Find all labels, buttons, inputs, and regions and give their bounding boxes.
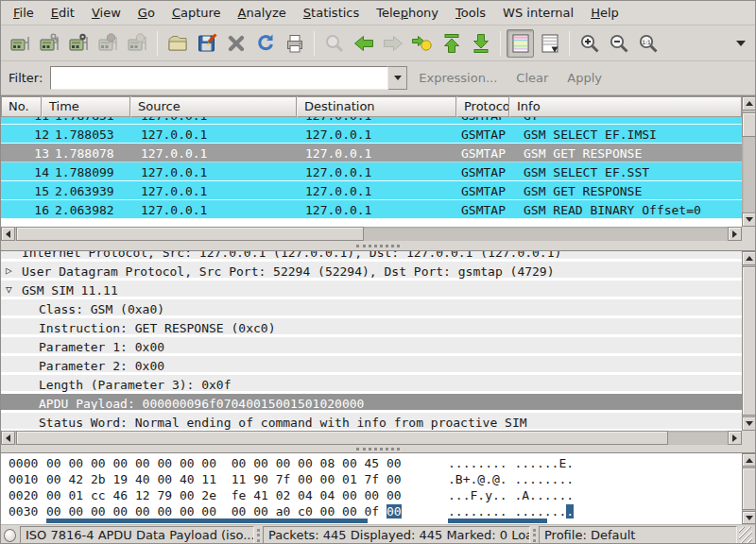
apply-button[interactable]: Apply	[559, 71, 610, 85]
save-file-icon[interactable]	[193, 29, 220, 58]
detail-row[interactable]: ▽GSM SIM 11.11	[1, 279, 742, 298]
scroll-thumb[interactable]	[742, 468, 756, 510]
scroll-left-button[interactable]	[1, 227, 15, 241]
packet-row[interactable]: 141.788099127.0.0.1127.0.0.1GSMTAPGSM SE…	[1, 162, 742, 181]
zoom-in-icon[interactable]	[576, 29, 603, 58]
detail-row[interactable]: APDU Payload: 000000096f0704001500150102…	[1, 392, 742, 411]
open-file-icon[interactable]	[163, 29, 191, 58]
menu-capture[interactable]: Capture	[163, 2, 230, 24]
reload-icon[interactable]	[251, 29, 279, 58]
filter-dropdown-button[interactable]	[388, 66, 407, 90]
scroll-thumb[interactable]	[16, 227, 364, 241]
packet-list-vscrollbar[interactable]	[742, 96, 756, 227]
pane-splitter-upper[interactable]	[1, 241, 755, 250]
expression-button[interactable]: Expression...	[411, 71, 505, 85]
hex-vscrollbar[interactable]	[742, 453, 756, 524]
goto-top-icon[interactable]	[438, 29, 465, 58]
pane-splitter-lower[interactable]	[1, 445, 755, 452]
scroll-left-button[interactable]	[1, 431, 15, 445]
packet-detail-pane: Internet Protocol, Src: 127.0.0.1 (127.0…	[1, 250, 756, 445]
menu-help[interactable]: Help	[582, 2, 627, 24]
detail-row[interactable]: Internet Protocol, Src: 127.0.0.1 (127.0…	[1, 251, 742, 260]
packet-row[interactable]: 162.063982127.0.0.1127.0.0.1GSMTAPGSM RE…	[1, 200, 742, 219]
scroll-down-button[interactable]	[742, 416, 756, 431]
detail-row-partial[interactable]: Internet Protocol, Src: 127.0.0.1 (127.0…	[1, 251, 742, 260]
scroll-up-button[interactable]	[742, 251, 756, 265]
cell-info: GSM READ BINARY Offset=0	[524, 203, 742, 217]
wireshark-window: FileEditViewGoCaptureAnalyzeStatisticsTe…	[0, 0, 756, 544]
column-header-no[interactable]: No.	[1, 96, 42, 117]
scroll-down-button[interactable]	[742, 212, 756, 227]
detail-row[interactable]: Parameter 1: 0x00	[1, 335, 742, 354]
toolbar-overflow-icon[interactable]	[731, 29, 750, 58]
menu-tools[interactable]: Tools	[447, 2, 494, 24]
menu-analyze[interactable]: Analyze	[230, 2, 295, 24]
triangle-left-icon	[6, 230, 10, 238]
goto-bottom-icon[interactable]	[467, 29, 494, 58]
filter-input[interactable]	[50, 66, 388, 90]
scroll-down-button[interactable]	[742, 511, 756, 524]
cell-protocol: GSMTAP	[461, 146, 524, 161]
scroll-thumb[interactable]	[16, 431, 668, 445]
menu-telephony[interactable]: Telephony	[368, 2, 447, 24]
column-header-protocol[interactable]: Protocol	[456, 96, 509, 117]
scroll-up-button[interactable]	[742, 453, 756, 467]
hex-selected-byte: 00	[387, 504, 402, 518]
capture-start-icon[interactable]	[65, 29, 93, 58]
hex-row[interactable]: 001000 42 2b 19 40 00 40 11 11 90 7f 00 …	[1, 471, 756, 487]
menu-statistics[interactable]: Statistics	[295, 2, 368, 24]
menu-ws-internal[interactable]: WS internal	[494, 2, 582, 24]
hex-row[interactable]: 003000 00 00 00 00 00 00 00 00 00 a0 c0 …	[1, 503, 756, 519]
detail-row[interactable]: Length (Parameter 3): 0x0f	[1, 373, 742, 392]
menu-bar: FileEditViewGoCaptureAnalyzeStatisticsTe…	[1, 1, 755, 26]
cell-no: 15	[1, 184, 55, 198]
list-interfaces-icon[interactable]	[7, 29, 34, 58]
scroll-right-button[interactable]	[728, 431, 742, 445]
go-back-icon[interactable]	[350, 29, 377, 58]
packet-row[interactable]: 131.788078127.0.0.1127.0.0.1GSMTAPGSM GE…	[1, 144, 742, 162]
goto-packet-icon[interactable]	[408, 29, 436, 58]
scrollbar-corner	[742, 227, 756, 241]
menu-file[interactable]: File	[5, 2, 43, 24]
expander-open-icon[interactable]: ▽	[6, 282, 12, 297]
zoom-100-icon[interactable]: 1:1	[634, 29, 662, 58]
menu-view[interactable]: View	[83, 2, 129, 24]
scroll-thumb[interactable]	[742, 266, 756, 416]
column-header-time[interactable]: Time	[42, 96, 130, 117]
hex-row[interactable]: 002000 01 cc 46 12 79 00 2e fe 41 02 04 …	[1, 487, 756, 503]
hex-row[interactable]: 000000 00 00 00 00 00 00 00 00 00 00 00 …	[1, 455, 756, 471]
menu-edit[interactable]: Edit	[43, 2, 83, 24]
column-header-info[interactable]: Info	[509, 96, 742, 117]
cell-source: 127.0.0.1	[138, 146, 302, 161]
detail-hscrollbar[interactable]	[1, 431, 742, 445]
packet-list-header: No.TimeSourceDestinationProtocolInfo	[1, 96, 742, 117]
scroll-right-button[interactable]	[728, 227, 742, 241]
capture-options-icon[interactable]	[36, 29, 63, 58]
detail-row[interactable]: Parameter 2: 0x00	[1, 354, 742, 373]
column-header-source[interactable]: Source	[130, 96, 297, 117]
packet-row[interactable]: 121.788053127.0.0.1127.0.0.1GSMTAPGSM SE…	[1, 125, 742, 144]
packet-row-partial[interactable]: 111.787851127.0.0.1127.0.0.1GSMTAPGT	[1, 117, 742, 125]
menu-go[interactable]: Go	[129, 2, 163, 24]
packet-list-hscrollbar[interactable]	[1, 227, 742, 241]
zoom-out-icon[interactable]	[605, 29, 632, 58]
detail-row[interactable]: ▷User Datagram Protocol, Src Port: 52294…	[1, 260, 742, 279]
colorize-icon[interactable]	[507, 29, 534, 58]
detail-row[interactable]: Instruction: GET RESPONSE (0xc0)	[1, 316, 742, 335]
scroll-thumb[interactable]	[742, 112, 756, 137]
packet-row[interactable]: 111.787851127.0.0.1127.0.0.1GSMTAPGT	[1, 117, 742, 125]
autoscroll-icon[interactable]	[536, 29, 563, 58]
print-icon[interactable]	[281, 29, 308, 58]
close-file-icon[interactable]	[222, 29, 249, 58]
window-resize-grip[interactable]	[739, 527, 752, 544]
packet-row[interactable]: 152.063939127.0.0.1127.0.0.1GSMTAPGSM GE…	[1, 181, 742, 200]
column-header-destination[interactable]: Destination	[297, 96, 456, 117]
scroll-up-button[interactable]	[742, 96, 756, 110]
expert-info-icon[interactable]	[4, 529, 16, 542]
clear-button[interactable]: Clear	[508, 71, 556, 85]
hex-bytes: 00 00 00 00 00 00 00 00 00 00 a0 c0 00 0…	[46, 503, 448, 519]
detail-vscrollbar[interactable]	[742, 251, 756, 431]
expander-closed-icon[interactable]: ▷	[6, 264, 12, 278]
detail-row[interactable]: Status Word: Normal ending of command wi…	[1, 411, 742, 430]
detail-row[interactable]: Class: GSM (0xa0)	[1, 298, 742, 316]
